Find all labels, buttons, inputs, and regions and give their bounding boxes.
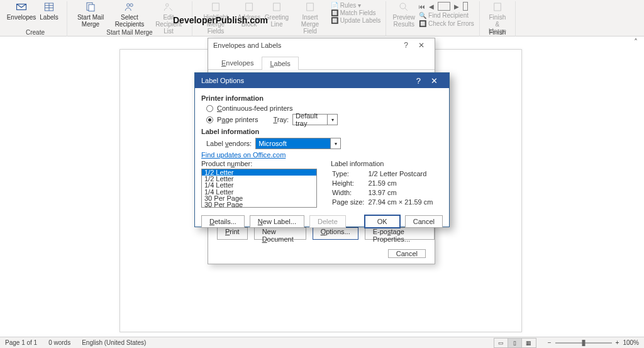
dlg1-cancel-button[interactable]: Cancel	[388, 249, 426, 258]
mail-merge-icon	[85, 1, 96, 13]
match-fields-label: Match Fields	[340, 9, 376, 16]
first-record-icon: ⏮	[419, 3, 425, 10]
word-count[interactable]: 0 words	[48, 339, 70, 346]
labels-label: Labels	[40, 14, 58, 21]
rules-button: 📄 Rules ▾	[331, 2, 380, 9]
select-recipients-label: Select Recipients	[115, 14, 145, 28]
details-button[interactable]: Details...	[201, 215, 245, 228]
group-finish-label: Finish	[480, 29, 515, 36]
next-record-icon: ▶	[454, 3, 459, 10]
vendor-select[interactable]: Microsoft ▾	[255, 138, 341, 149]
radio-icon-checked	[206, 116, 213, 123]
envelopes-button[interactable]: Envelopes	[8, 1, 35, 21]
svg-rect-13	[307, 3, 314, 11]
insert-merge-field-button: Insert Merge Field	[291, 1, 330, 35]
chevron-down-icon: ▾	[330, 138, 340, 149]
radio-icon	[206, 105, 213, 112]
print-layout-button[interactable]: ▯	[508, 339, 522, 347]
zoom-slider[interactable]	[555, 342, 612, 344]
vendors-label: Label vendors:	[206, 140, 252, 147]
zoom-control: − + 100%	[548, 339, 639, 346]
new-label-button[interactable]: New Label...	[250, 215, 304, 228]
find-recipient-button: 🔍 Find Recipient	[419, 12, 474, 19]
greeting-line-label: Greeting Line	[265, 14, 289, 28]
read-mode-button[interactable]: ▭	[494, 339, 508, 347]
radio-cont-feed[interactable]: Continuous-feed printers	[206, 104, 443, 112]
printer-info-heading: Printer information	[201, 94, 443, 102]
status-bar: Page 1 of 1 0 words English (United Stat…	[0, 337, 644, 348]
update-labels-button: 🔲 Update Labels	[331, 17, 380, 24]
dlg1-help-button[interactable]: ?	[399, 41, 413, 50]
svg-rect-11	[246, 3, 253, 11]
zoom-out-button[interactable]: −	[548, 339, 552, 346]
dlg2-titlebar: Label Options ? ✕	[195, 73, 449, 88]
ok-button[interactable]: OK	[365, 215, 400, 228]
preview-results-button: Preview Results	[390, 1, 418, 28]
edit-list-icon	[163, 1, 174, 13]
group-create-label: Create	[4, 29, 67, 36]
type-value: 1/2 Letter Postcard	[368, 170, 435, 178]
dlg1-title-text: Envelopes and Labels	[213, 42, 281, 49]
web-layout-button[interactable]: ▦	[522, 339, 536, 347]
zoom-thumb[interactable]	[582, 340, 585, 346]
labels-icon	[43, 1, 55, 13]
zoom-value[interactable]: 100%	[623, 339, 639, 346]
group-start-merge-label: Start Mail Merge	[67, 29, 192, 36]
record-nav: ⏮ ◀ ▶	[419, 2, 474, 11]
chevron-down-icon: ▾	[327, 115, 337, 125]
dlg2-footer: Details... New Label... Delete OK Cancel	[195, 211, 449, 232]
label-info-heading: Label information	[201, 128, 443, 135]
page-indicator[interactable]: Page 1 of 1	[5, 339, 37, 346]
svg-point-7	[127, 4, 130, 7]
dlg1-footer: Cancel	[388, 250, 426, 257]
start-mail-merge-label: Start Mail Merge	[77, 14, 104, 28]
highlight-icon	[210, 1, 221, 13]
find-updates-link[interactable]: Find updates on Office.com	[201, 151, 286, 159]
product-number-label: Product number:	[201, 160, 317, 167]
brand-watermark: DeveloperPublish.com	[173, 15, 268, 25]
collapse-ribbon-icon[interactable]: ˄	[634, 38, 638, 47]
labels-button[interactable]: Labels	[35, 1, 63, 21]
tab-envelopes[interactable]: Envelopes	[213, 56, 262, 69]
finish-icon	[492, 1, 503, 13]
svg-point-9	[166, 4, 169, 7]
dlg2-help-button[interactable]: ?	[411, 76, 426, 86]
vendor-value: Microsoft	[256, 140, 298, 147]
page-size-key: Page size:	[332, 198, 367, 206]
label-options-dialog: Label Options ? ✕ Printer information Co…	[194, 72, 450, 227]
dlg2-title-text: Label Options	[201, 77, 244, 84]
list-item[interactable]: 30 Per Page	[202, 201, 316, 208]
tab-labels[interactable]: Labels	[262, 57, 298, 70]
ribbon: Envelopes Labels Create Start Mail Merge…	[0, 0, 644, 36]
svg-rect-16	[494, 3, 501, 11]
dlg1-tabs: Envelopes Labels	[208, 56, 435, 70]
svg-rect-6	[89, 4, 94, 11]
check-errors-label: Check for Errors	[428, 20, 474, 27]
preview-icon	[398, 1, 409, 13]
envelopes-label: Envelopes	[7, 14, 36, 21]
zoom-in-button[interactable]: +	[616, 339, 619, 346]
dlg2-cancel-button[interactable]: Cancel	[405, 215, 443, 228]
dlg1-close-button[interactable]: ✕	[413, 41, 430, 50]
prev-record-icon: ◀	[429, 3, 434, 10]
label-info-table: Type:1/2 Letter Postcard Height:21.59 cm…	[331, 169, 436, 208]
width-value: 13.97 cm	[368, 189, 435, 197]
record-field	[438, 2, 450, 11]
insert-field-icon	[304, 1, 316, 13]
tray-select[interactable]: Default tray ▾	[292, 114, 338, 125]
greeting-icon	[271, 1, 282, 13]
rules-label: Rules	[340, 2, 357, 9]
radio-page-printers[interactable]: Page printers Tray: Default tray ▾	[206, 114, 443, 125]
dlg2-close-button[interactable]: ✕	[426, 76, 443, 86]
product-number-list[interactable]: 1/2 Letter 1/2 Letter 1/4 Letter 1/4 Let…	[201, 169, 317, 208]
match-fields-button: 🔲 Match Fields	[331, 9, 380, 16]
preview-results-label: Preview Results	[392, 14, 415, 28]
ribbon-group-create: Envelopes Labels Create	[4, 1, 67, 36]
svg-point-8	[130, 4, 133, 7]
language-indicator[interactable]: English (United States)	[82, 339, 146, 346]
width-key: Width:	[332, 189, 367, 197]
envelope-icon	[16, 1, 27, 13]
page-size-value: 27.94 cm × 21.59 cm	[368, 198, 435, 206]
dlg1-titlebar: Envelopes and Labels ? ✕	[208, 38, 435, 52]
tray-label: Tray:	[273, 116, 289, 123]
